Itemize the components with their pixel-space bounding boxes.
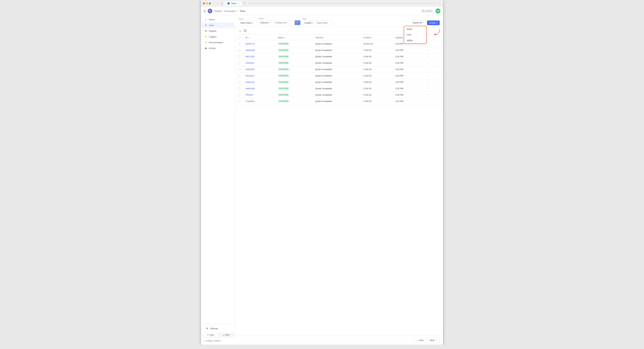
- sun-icon: ☀: [207, 334, 209, 336]
- address-bar[interactable]: [248, 3, 437, 4]
- create-button[interactable]: Create ▾: [427, 21, 440, 25]
- task-id-link[interactable]: a845e7cd: [246, 43, 255, 45]
- avatar-initials: BB: [436, 10, 439, 12]
- row-created-cell: 2 Oct 23: [361, 73, 393, 79]
- row-more-button[interactable]: ···: [427, 68, 430, 71]
- prev-arrow-icon: ←: [416, 339, 418, 341]
- task-id-link[interactable]: 03caa61f: [246, 75, 254, 77]
- outcome-column-header[interactable]: Outcome: [313, 35, 361, 41]
- date-type-label: Created: [304, 22, 311, 24]
- date-filter-group: Date Created ▾: [302, 18, 333, 25]
- collapse-sidebar-button[interactable]: « Collapse Sidebar: [202, 339, 234, 343]
- topbar-search[interactable]: 🔍 Search: [420, 9, 434, 13]
- status-column-header[interactable]: Status ⇅: [275, 35, 313, 41]
- row-more-button[interactable]: ···: [427, 93, 430, 96]
- task-id-link[interactable]: 9b217b5f: [246, 55, 254, 58]
- create-label: Create: [429, 22, 436, 24]
- sidebar-item-triggers[interactable]: ⚡ Triggers: [202, 34, 234, 40]
- status-select[interactable]: Select status ▾: [238, 21, 256, 25]
- row-more-button[interactable]: ···: [427, 55, 430, 58]
- search-submit-button[interactable]: 🔍: [295, 21, 300, 25]
- row-more-button[interactable]: ···: [427, 49, 430, 51]
- sidebar-item-pipeline[interactable]: Pipeline: [202, 28, 234, 34]
- task-id-link[interactable]: ddd8c8d8: [246, 87, 255, 90]
- row-checkbox[interactable]: [238, 62, 240, 64]
- breadcrumb-project[interactable]: Dud project: [224, 10, 235, 12]
- row-more-button[interactable]: ···: [427, 100, 430, 103]
- minimize-dot[interactable]: [206, 3, 208, 5]
- sidebar-bottom: ⚙ Settings ☀ Light 🌙 Dark: [201, 324, 235, 344]
- export-button[interactable]: Export as ▾: [411, 20, 426, 25]
- task-id-link[interactable]: 7f90fcf3: [246, 94, 253, 96]
- reload-button[interactable]: ↻: [220, 2, 224, 5]
- browser-tab[interactable]: 🔵 Tasks ✕: [225, 1, 242, 6]
- refresh-icon[interactable]: ↻: [238, 29, 242, 33]
- forward-button[interactable]: ›: [217, 2, 219, 5]
- row-id-cell: c7aa6fed: [243, 98, 275, 104]
- row-checkbox[interactable]: [238, 68, 240, 70]
- date-input[interactable]: [315, 21, 333, 25]
- row-more-button[interactable]: ···: [427, 61, 430, 64]
- sidebar-item-activity[interactable]: ◉ Activity: [202, 45, 234, 51]
- task-id-link[interactable]: e8b6a1db: [246, 49, 255, 51]
- search-type-select[interactable]: Outcome ▾: [259, 21, 274, 25]
- row-more-button[interactable]: ···: [427, 42, 430, 45]
- status-sort-icon: ⇅: [284, 37, 286, 39]
- theme-light-button[interactable]: ☀ Light: [203, 333, 218, 337]
- theme-dark-label: Dark: [225, 334, 229, 336]
- sidebar-item-documentation[interactable]: 📄 Documentation: [202, 40, 234, 45]
- row-created-cell: 2 Oct 23: [361, 92, 393, 98]
- back-button[interactable]: ‹: [214, 2, 216, 5]
- main-content: Status Select status ▾ Search Outcome: [235, 15, 443, 344]
- prev-button[interactable]: ← Prev: [414, 338, 426, 342]
- row-more-button[interactable]: ···: [427, 87, 430, 90]
- grid-icon: ⊞: [204, 10, 206, 13]
- svg-rect-4: [205, 30, 206, 32]
- row-checkbox[interactable]: [238, 75, 240, 77]
- task-id-link[interactable]: c291dfec: [246, 62, 254, 64]
- row-checkbox[interactable]: [238, 43, 240, 45]
- new-tab-button[interactable]: +: [243, 2, 246, 5]
- created-column-header[interactable]: Created ⇅: [361, 35, 393, 41]
- row-status-cell: SUCCESS: [275, 53, 313, 60]
- row-checkbox[interactable]: [238, 49, 240, 51]
- breadcrumb-projects[interactable]: Projects: [214, 10, 222, 12]
- row-checkbox-cell: [235, 41, 243, 47]
- task-id-link[interactable]: dfa9e020: [246, 68, 254, 71]
- row-status-cell: SUCCESS: [275, 60, 313, 66]
- task-id-link[interactable]: c7aa6fed: [246, 100, 254, 103]
- row-more-button[interactable]: ···: [427, 74, 430, 77]
- updated-value: 2:32 PM: [396, 87, 403, 90]
- browser-menu-button[interactable]: ⋮: [438, 2, 441, 5]
- theme-dark-button[interactable]: 🌙 Dark: [218, 333, 234, 337]
- export-excel-item[interactable]: Excel: [404, 26, 426, 32]
- row-checkbox[interactable]: [238, 55, 240, 58]
- row-id-cell: c291dfec: [243, 60, 275, 66]
- row-checkbox[interactable]: [238, 100, 240, 102]
- row-more-button[interactable]: ···: [427, 81, 430, 83]
- id-column-header[interactable]: ID ⇅: [243, 35, 275, 41]
- export-csv-item[interactable]: CSV: [404, 32, 426, 38]
- sidebar-item-home[interactable]: ⌂ Home: [202, 17, 234, 22]
- task-id-link[interactable]: a49a12a7: [246, 81, 255, 83]
- tab-close-icon[interactable]: ✕: [238, 3, 239, 5]
- next-button[interactable]: Next →: [427, 338, 440, 342]
- columns-icon[interactable]: [243, 29, 247, 33]
- search-input[interactable]: [274, 21, 295, 25]
- row-id-cell: 03caa61f: [243, 73, 275, 79]
- maximize-dot[interactable]: [209, 3, 211, 5]
- export-json-item[interactable]: JSON: [404, 38, 426, 43]
- row-checkbox[interactable]: [238, 87, 240, 90]
- date-type-button[interactable]: Created ▾: [302, 21, 315, 25]
- updated-value: 2:32 PM: [396, 55, 403, 58]
- user-avatar[interactable]: BB: [436, 9, 440, 14]
- row-checkbox[interactable]: [238, 81, 240, 83]
- data-table: ID ⇅ Status ⇅ Outcome Created ⇅: [235, 35, 443, 336]
- row-created-cell: 2 Oct 23: [361, 79, 393, 85]
- close-dot[interactable]: [203, 3, 205, 5]
- sidebar-item-tasks[interactable]: ☑ Tasks: [202, 23, 234, 28]
- sidebar-item-settings[interactable]: ⚙ Settings: [203, 325, 233, 331]
- row-checkbox[interactable]: [238, 94, 240, 96]
- table-row: c291dfec SUCCESS Quote Completed 2 Oct 2…: [235, 60, 443, 66]
- select-all-checkbox[interactable]: [238, 37, 240, 39]
